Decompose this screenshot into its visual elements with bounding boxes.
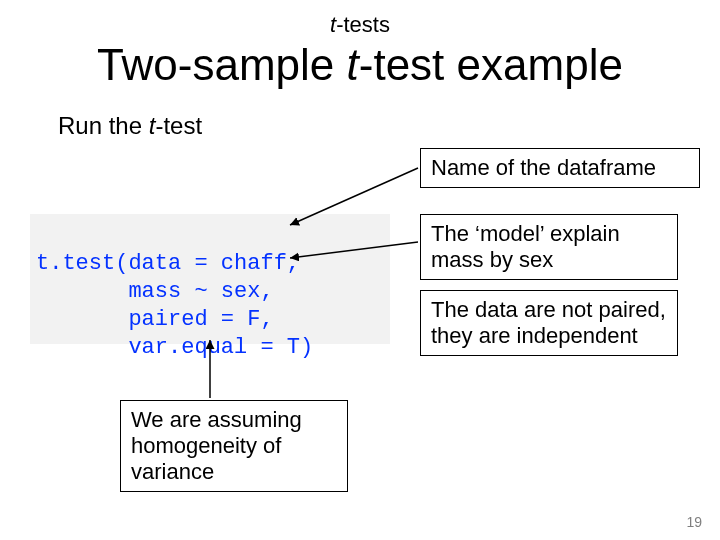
code-line-2: mass ~ sex, (36, 278, 384, 306)
page-number: 19 (686, 514, 702, 530)
title-part1: Two-sample (97, 40, 346, 89)
subtitle-part1: Run the (58, 112, 149, 139)
header-topic: t-tests (30, 12, 690, 38)
annotation-paired: The data are not paired, they are indepe… (420, 290, 678, 356)
code-block: t.test(data = chaff, mass ~ sex, paired … (30, 214, 390, 344)
title-part3: -test example (359, 40, 623, 89)
header-topic-rest: -tests (336, 12, 390, 37)
code-line-3: paired = F, (36, 306, 384, 334)
subtitle-part3: -test (155, 112, 202, 139)
code-line-1: t.test(data = chaff, (36, 250, 384, 278)
slide: t-tests Two-sample t-test example Run th… (0, 0, 720, 540)
title-part2: t (347, 40, 359, 89)
annotation-variance: We are assuming homogeneity of variance (120, 400, 348, 492)
subtitle: Run the t-test (58, 112, 690, 140)
code-line-4: var.equal = T) (36, 334, 384, 362)
slide-title: Two-sample t-test example (30, 40, 690, 90)
annotation-dataframe: Name of the dataframe (420, 148, 700, 188)
annotation-model: The ‘model’ explain mass by sex (420, 214, 678, 280)
